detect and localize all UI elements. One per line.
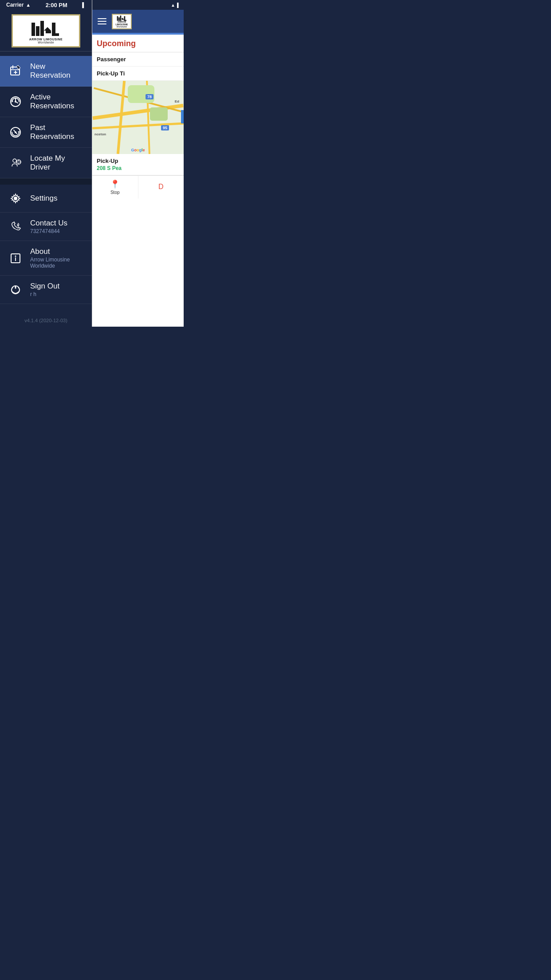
stop-button-label: Stop xyxy=(110,190,120,195)
menu-item-active-reservations[interactable]: Active Reservations xyxy=(0,87,92,117)
pickup-address-value: 208 S Pea xyxy=(97,165,179,171)
upcoming-tab-label[interactable]: Upcoming xyxy=(92,35,184,52)
settings-label: Settings xyxy=(30,194,57,203)
logo-area: ARROW LIMOUSINE Worldwide xyxy=(0,10,92,51)
map-background: 78 95 Ed nceton Google xyxy=(92,81,184,154)
about-sublabel: Arrow Limousine Worldwide xyxy=(30,257,84,269)
svg-rect-6 xyxy=(52,33,59,36)
sign-out-user: r h xyxy=(30,291,59,297)
other-action-button[interactable]: D xyxy=(138,176,184,198)
active-reservations-icon xyxy=(8,94,23,109)
stop-pin-icon: 📍 xyxy=(110,179,120,189)
right-logo-svg xyxy=(115,15,129,21)
bottom-actions: 📍 Stop D xyxy=(92,175,184,198)
new-reservation-icon xyxy=(8,63,23,79)
svg-marker-34 xyxy=(121,17,124,19)
hamburger-line-3 xyxy=(98,24,106,24)
logo-text-main: ARROW LIMOUSINE xyxy=(29,38,63,41)
svg-rect-35 xyxy=(122,19,123,20)
svg-line-17 xyxy=(16,102,18,103)
version-text: v4.1.4 (2020-12-03) xyxy=(0,314,92,327)
right-panel: ▲ ▌ ARROW LIMOUSIN xyxy=(92,0,184,327)
svg-line-22 xyxy=(16,132,17,134)
hamburger-line-2 xyxy=(98,21,106,22)
svg-rect-33 xyxy=(120,16,121,21)
svg-rect-2 xyxy=(40,21,44,36)
hamburger-button[interactable] xyxy=(96,16,108,26)
logo-text-sub: Worldwide xyxy=(38,41,54,44)
pickup-row-label: Pick-Up xyxy=(97,158,179,164)
status-left: Carrier ▲ xyxy=(6,2,31,8)
contact-icon xyxy=(8,219,23,234)
svg-rect-1 xyxy=(36,26,39,36)
passenger-label: Passenger xyxy=(97,56,179,63)
menu-section-gap xyxy=(0,178,92,185)
svg-rect-0 xyxy=(31,23,35,36)
map-city-princeton: nceton xyxy=(94,132,106,136)
map-route-78: 78 xyxy=(146,94,153,99)
location-icon: ▲ xyxy=(171,3,175,8)
svg-rect-31 xyxy=(117,16,118,20)
map-view[interactable]: 78 95 Ed nceton Google xyxy=(92,81,184,154)
right-battery-icon: ▌ xyxy=(177,3,180,8)
passenger-row: Passenger xyxy=(92,52,184,67)
past-reservations-icon xyxy=(8,125,23,140)
svg-marker-3 xyxy=(44,27,51,31)
locate-driver-label: Locate My Driver xyxy=(30,154,84,172)
contact-us-label: Contact Us xyxy=(30,219,67,228)
about-label: About xyxy=(30,247,84,256)
svg-point-29 xyxy=(15,255,16,257)
menu-item-sign-out[interactable]: Sign Out r h xyxy=(0,276,92,304)
right-panel-header: ARROW LIMOUSINEWorldwide xyxy=(92,10,184,33)
sign-out-icon xyxy=(8,282,23,297)
logo-svg xyxy=(31,18,62,37)
menu-item-about[interactable]: i About Arrow Limousine Worldwide xyxy=(0,241,92,276)
pickup-time-label: Pick-Up Ti xyxy=(97,70,179,77)
menu-item-contact-us[interactable]: Contact Us 7327474844 xyxy=(0,213,92,241)
wifi-icon: ▲ xyxy=(26,2,31,8)
settings-icon xyxy=(8,191,23,206)
status-right: ▌ xyxy=(82,2,86,8)
svg-point-24 xyxy=(13,159,16,162)
menu-item-locate-driver[interactable]: Locate My Driver xyxy=(0,148,92,178)
right-status-bar: ▲ ▌ xyxy=(92,0,184,10)
right-panel-logo: ARROW LIMOUSINEWorldwide xyxy=(112,14,132,29)
status-bar: Carrier ▲ 2:00 PM ▌ xyxy=(0,0,92,10)
hamburger-line-1 xyxy=(98,18,106,19)
google-maps-label: Google xyxy=(131,148,145,152)
map-city-ed: Ed xyxy=(175,99,179,103)
map-blue-bar xyxy=(181,110,184,123)
sign-out-label: Sign Out xyxy=(30,282,59,291)
right-logo-text: ARROW LIMOUSINEWorldwide xyxy=(113,21,131,28)
stop-button[interactable]: 📍 Stop xyxy=(92,176,138,198)
menu-item-new-reservation[interactable]: New Reservation xyxy=(0,56,92,87)
app-logo: ARROW LIMOUSINE Worldwide xyxy=(12,14,80,47)
battery-icon: ▌ xyxy=(82,2,86,8)
time-label: 2:00 PM xyxy=(46,2,67,8)
sidebar: Carrier ▲ 2:00 PM ▌ xyxy=(0,0,92,327)
map-green-2 xyxy=(150,107,168,121)
past-reservations-label: Past Reservations xyxy=(30,123,84,141)
pickup-time-row: Pick-Up Ti xyxy=(92,67,184,81)
contact-us-phone: 7327474844 xyxy=(30,228,67,234)
pickup-address-row: Pick-Up 208 S Pea xyxy=(92,154,184,175)
map-route-95: 95 xyxy=(161,125,169,130)
other-action-icon: D xyxy=(158,183,164,191)
carrier-label: Carrier xyxy=(6,2,24,8)
about-icon: i xyxy=(8,251,23,266)
locate-driver-icon xyxy=(8,155,23,170)
menu-item-settings[interactable]: Settings xyxy=(0,185,92,213)
svg-point-26 xyxy=(14,197,17,200)
menu-item-past-reservations[interactable]: Past Reservations xyxy=(0,117,92,148)
svg-rect-4 xyxy=(46,31,51,33)
active-reservations-label: Active Reservations xyxy=(30,93,84,111)
new-reservation-label: New Reservation xyxy=(30,62,84,80)
